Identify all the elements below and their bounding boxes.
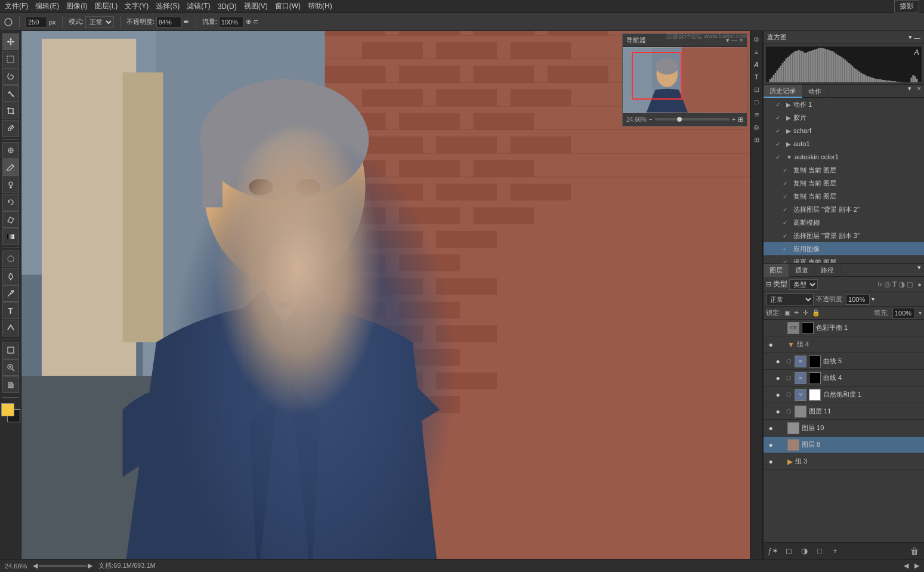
layer-visibility-toggle[interactable]: ●: [766, 457, 775, 466]
layer-item-layer11[interactable]: ● ⬡ 图层 11: [764, 403, 924, 420]
histogram-collapse-btn[interactable]: —: [914, 34, 920, 41]
create-adjustment-button[interactable]: ◑: [798, 545, 810, 557]
layer-visibility-toggle[interactable]: ●: [773, 390, 783, 400]
menu-layer[interactable]: 图层(L): [95, 1, 118, 11]
zoom-controls[interactable]: ◀ ▶: [33, 562, 92, 570]
create-group-button[interactable]: □: [814, 545, 826, 557]
status-arrow-right[interactable]: ▶: [914, 562, 919, 570]
pen-tool[interactable]: [2, 285, 19, 302]
lock-all-icon[interactable]: 🔒: [812, 309, 820, 317]
path-tool[interactable]: [2, 320, 19, 336]
history-item-gaussian[interactable]: ✓ 高斯模糊: [764, 216, 924, 229]
menu-image[interactable]: 图像(I): [66, 1, 87, 11]
eraser-tool[interactable]: [2, 211, 19, 228]
menu-filter[interactable]: 滤镜(T): [187, 1, 210, 11]
layer-visibility-toggle[interactable]: ●: [773, 357, 783, 366]
menu-select[interactable]: 选择(S): [156, 1, 180, 11]
panel-icon-9[interactable]: ⊞: [750, 134, 762, 146]
layer-item-group3[interactable]: ● ▶ 组 3: [764, 453, 924, 470]
magic-wand-tool[interactable]: [2, 85, 19, 102]
history-item-select-bg3[interactable]: ✓ 选择图层 "背景 副本 3": [764, 229, 924, 242]
lock-position-icon[interactable]: ✛: [803, 309, 808, 317]
panel-icon-8[interactable]: ◎: [750, 121, 762, 133]
status-arrow-left[interactable]: ◀: [904, 562, 908, 570]
channels-tab[interactable]: 通道: [789, 264, 815, 277]
hand-tool[interactable]: [2, 376, 19, 393]
zoom-down-btn[interactable]: ◀: [33, 562, 38, 570]
history-panel-menu[interactable]: ▾: [905, 85, 914, 97]
brush-size-input[interactable]: [26, 17, 47, 27]
blend-mode-select[interactable]: 正常: [766, 293, 814, 305]
zoom-up-btn[interactable]: ▶: [88, 562, 92, 570]
panel-icon-2[interactable]: ≡: [750, 46, 762, 58]
filter-T-icon[interactable]: T: [892, 280, 897, 289]
opacity-arrow[interactable]: ▾: [872, 296, 874, 302]
panel-ai-icon[interactable]: A: [750, 58, 762, 70]
layer-visibility-toggle[interactable]: ●: [773, 373, 783, 383]
lasso-tool[interactable]: [2, 68, 19, 85]
layer-visibility-toggle[interactable]: ●: [766, 440, 775, 450]
airbrush-icon[interactable]: ✒: [183, 17, 190, 26]
layers-tab[interactable]: 图层: [764, 264, 789, 277]
menu-help[interactable]: 帮助(H): [308, 1, 332, 11]
menu-type[interactable]: 文字(Y): [125, 1, 149, 11]
history-panel-close[interactable]: ×: [914, 85, 924, 97]
history-item-set-layer[interactable]: ✓ 设置 当前 图层: [764, 255, 924, 264]
panel-settings-icon[interactable]: ⚙: [750, 33, 762, 45]
menu-3d[interactable]: 3D(D): [218, 2, 237, 11]
layer-item-curves4[interactable]: ● ⬡ ≋ 曲线 4: [764, 370, 924, 387]
brush-tool[interactable]: [2, 159, 19, 176]
history-item-copy3[interactable]: ✓ 复制 当前 图层: [764, 190, 924, 203]
navigator-zoom-slider[interactable]: [655, 118, 730, 120]
layer-item-vibrance[interactable]: ● ⬡ V 自然饱和度 1: [764, 387, 924, 403]
color-swatches[interactable]: [1, 403, 20, 422]
layer-item-color-balance[interactable]: ● CB 色彩平衡 1: [764, 320, 924, 336]
zoom-out-icon[interactable]: −: [649, 116, 653, 123]
menu-file[interactable]: 文件(F): [5, 1, 28, 11]
marquee-tool[interactable]: [2, 51, 19, 67]
filter-smart-icon[interactable]: ◻: [907, 280, 913, 289]
zoom-tool[interactable]: [2, 359, 19, 376]
delete-layer-button[interactable]: 🗑: [908, 545, 920, 557]
panel-shapes-icon[interactable]: □: [750, 96, 762, 108]
filter-fx-icon[interactable]: fx: [877, 281, 882, 287]
paths-tab[interactable]: 路径: [815, 264, 840, 277]
history-item-apply-image[interactable]: ✓ 应用图像: [764, 242, 924, 255]
layer-item-layer10[interactable]: ● 图层 10: [764, 420, 924, 437]
history-item-copy2[interactable]: ✓ 复制 当前 图层: [764, 177, 924, 190]
zoom-in-icon[interactable]: +: [732, 116, 736, 123]
history-item-select-bg2[interactable]: ✓ 选择图层 "背景 副本 2": [764, 203, 924, 216]
history-item-film[interactable]: ✓ ▶ 胶片: [764, 111, 924, 124]
filter-adj-icon[interactable]: ◑: [898, 280, 905, 289]
filter-circle-icon[interactable]: ◎: [884, 280, 891, 289]
panel-icon-7[interactable]: ≋: [750, 109, 762, 120]
actions-tab[interactable]: 动作: [802, 85, 828, 98]
layers-panel-menu[interactable]: ▾: [914, 264, 924, 276]
menu-window[interactable]: 窗口(W): [275, 1, 301, 11]
history-tab[interactable]: 历史记录: [764, 85, 802, 98]
opacity-input[interactable]: [846, 294, 870, 305]
history-item-scharf[interactable]: ✓ ▶ scharf: [764, 124, 924, 137]
dodge-tool[interactable]: [2, 268, 19, 285]
menu-view[interactable]: 视图(V): [244, 1, 268, 11]
workspace-selector[interactable]: 摄影: [894, 0, 919, 13]
fill-arrow[interactable]: ▾: [919, 310, 922, 316]
navigator-viewport-indicator[interactable]: [632, 52, 682, 100]
history-item-copy1[interactable]: ✓ 复制 当前 图层: [764, 163, 924, 177]
layer-item-curves5[interactable]: ● ⬡ ≋ 曲线 5: [764, 353, 924, 370]
foreground-color-swatch[interactable]: [1, 403, 14, 416]
zoom-slider-bar[interactable]: [39, 565, 86, 567]
add-style-button[interactable]: ƒ✶: [767, 545, 779, 557]
layer-visibility-toggle[interactable]: ●: [766, 323, 775, 333]
panel-icon-5[interactable]: ⊡: [750, 84, 762, 95]
flow-input[interactable]: [219, 17, 244, 27]
clone-tool[interactable]: [2, 177, 19, 193]
history-item-autoskin[interactable]: ✓ ▼ autoskin color1: [764, 150, 924, 163]
navigator-preview[interactable]: [623, 47, 747, 113]
gradient-tool[interactable]: [2, 228, 19, 245]
opacity-input[interactable]: [156, 17, 181, 27]
layer-item-group4[interactable]: ● ▼ 组 4: [764, 336, 924, 353]
menu-edit[interactable]: 编辑(E): [35, 1, 59, 11]
crop-tool[interactable]: [2, 103, 19, 119]
history-brush-tool[interactable]: [2, 194, 19, 211]
